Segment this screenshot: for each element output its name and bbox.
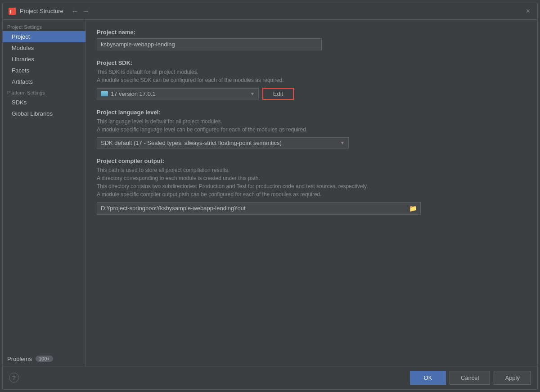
sidebar-item-project[interactable]: Project (3, 31, 86, 42)
lang-dropdown-text: SDK default (17 - Sealed types, always-s… (101, 140, 340, 146)
project-settings-label: Project Settings (3, 22, 86, 31)
problems-badge: 100+ (36, 356, 53, 362)
project-sdk-group: Project SDK: This SDK is default for all… (97, 59, 526, 100)
forward-arrow[interactable]: → (81, 7, 90, 15)
sdk-dropdown[interactable]: 17 version 17.0.1 ▼ (97, 88, 259, 99)
lang-dropdown-arrow: ▼ (340, 140, 345, 145)
project-name-input[interactable] (97, 38, 322, 50)
project-lang-group: Project language level: This language le… (97, 109, 526, 149)
bottom-bar: ? OK Cancel Apply (3, 366, 537, 389)
sdk-desc: This SDK is default for all project modu… (97, 68, 526, 84)
svg-text:I: I (10, 9, 11, 14)
compiler-desc: This path is used to store all project c… (97, 166, 526, 198)
platform-settings-label: Platform Settings (3, 87, 86, 97)
close-button[interactable]: × (524, 7, 532, 16)
problems-label: Problems (7, 356, 32, 362)
help-button[interactable]: ? (9, 373, 19, 383)
folder-browse-icon[interactable]: 📁 (409, 205, 417, 212)
sidebar-item-modules[interactable]: Modules (3, 42, 86, 54)
project-structure-dialog: I Project Structure ← → × Project Settin… (2, 3, 538, 390)
sdk-row: 17 version 17.0.1 ▼ Edit (97, 88, 526, 100)
title-bar: I Project Structure ← → × (3, 3, 537, 20)
sidebar: Project Settings Project Modules Librari… (3, 20, 86, 366)
compiler-output-input[interactable] (101, 205, 407, 212)
sidebar-item-facets[interactable]: Facets (3, 65, 86, 76)
sdk-dropdown-text: 17 version 17.0.1 (111, 90, 250, 97)
sdk-edit-button[interactable]: Edit (262, 88, 294, 100)
lang-dropdown[interactable]: SDK default (17 - Sealed types, always-s… (97, 137, 349, 149)
back-arrow[interactable]: ← (71, 7, 80, 15)
app-icon: I (8, 7, 16, 15)
project-name-group: Project name: (97, 29, 526, 50)
ok-button[interactable]: OK (410, 371, 446, 385)
dialog-title: Project Structure (20, 8, 63, 14)
sidebar-bottom: Problems 100+ (3, 352, 86, 366)
lang-title: Project language level: (97, 109, 526, 116)
sdk-folder-icon (101, 91, 108, 96)
sdk-title: Project SDK: (97, 59, 526, 66)
cancel-button[interactable]: Cancel (450, 371, 490, 385)
compiler-output-row: 📁 (97, 202, 421, 215)
sdk-dropdown-arrow: ▼ (250, 91, 255, 96)
sidebar-item-global-libraries[interactable]: Global Libraries (3, 108, 86, 119)
lang-desc: This language level is default for all p… (97, 117, 526, 134)
sidebar-item-sdks[interactable]: SDKs (3, 97, 86, 108)
sidebar-item-artifacts[interactable]: Artifacts (3, 76, 86, 87)
compiler-output-group: Project compiler output: This path is us… (97, 158, 526, 215)
project-name-label: Project name: (97, 29, 526, 36)
content-area: Project name: Project SDK: This SDK is d… (86, 20, 537, 366)
apply-button[interactable]: Apply (494, 371, 531, 385)
main-content: Project Settings Project Modules Librari… (3, 20, 537, 366)
compiler-title: Project compiler output: (97, 158, 526, 164)
sidebar-item-libraries[interactable]: Libraries (3, 54, 86, 65)
